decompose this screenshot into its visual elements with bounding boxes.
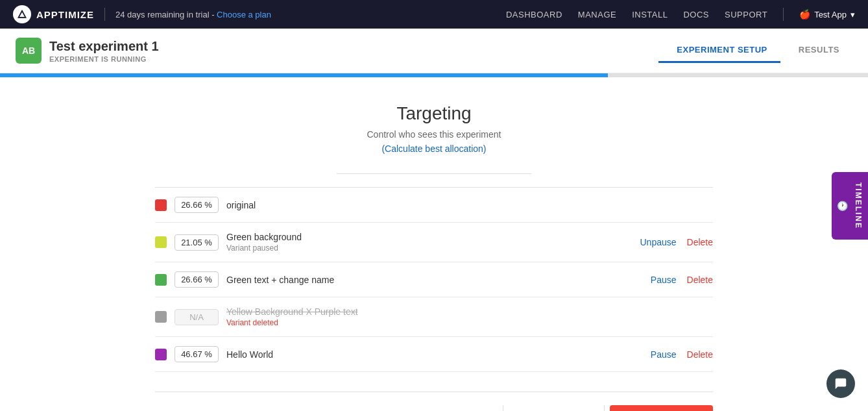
variant-row: 26.66 % original bbox=[155, 188, 713, 223]
variant-name-hello-world: Hello World bbox=[226, 349, 643, 360]
experiment-title: Test experiment 1 bbox=[49, 39, 159, 54]
variant-percent-hello-world[interactable]: 46.67 % bbox=[175, 346, 219, 362]
tab-experiment-setup[interactable]: EXPERIMENT SETUP bbox=[658, 38, 780, 63]
variant-color-yellow-bg bbox=[155, 311, 167, 323]
progress-fill bbox=[0, 73, 608, 77]
top-navigation: APPTIMIZE 24 days remaining in trial - C… bbox=[0, 0, 868, 29]
experiment-header: AB Test experiment 1 EXPERIMENT IS RUNNI… bbox=[0, 29, 868, 73]
variant-row: 21.05 % Green background Variant paused … bbox=[155, 223, 713, 262]
footer-actions: ‹ Back to Configure Pause Experiment Sto… bbox=[155, 392, 713, 411]
stop-experiment-button[interactable]: Stop Experiment bbox=[610, 405, 713, 411]
variant-color-green-text bbox=[155, 274, 167, 286]
logo[interactable]: APPTIMIZE bbox=[13, 5, 94, 23]
back-to-configure-button[interactable]: ‹ Back to Configure bbox=[398, 405, 503, 411]
nav-support[interactable]: SUPPORT bbox=[725, 10, 767, 19]
tab-setup-label: EXPERIMENT SETUP bbox=[677, 45, 767, 55]
nav-docs[interactable]: DOCS bbox=[683, 10, 709, 19]
variant-actions-green-bg: Unpause Delete bbox=[640, 237, 713, 247]
calculate-allocation-link-container: (Calculate best allocation) bbox=[155, 143, 713, 154]
app-name: Test App bbox=[814, 10, 847, 19]
nav-links: DASHBOARD MANAGE INSTALL DOCS SUPPORT 🍎 … bbox=[506, 8, 855, 21]
experiment-status: EXPERIMENT IS RUNNING bbox=[49, 55, 159, 63]
pause-experiment-button[interactable]: Pause Experiment bbox=[503, 405, 604, 411]
variant-sub-label-yellow-bg: Variant deleted bbox=[226, 318, 713, 327]
variant-color-green-bg bbox=[155, 236, 167, 248]
variant-row: 26.66 % Green text + change name Pause D… bbox=[155, 262, 713, 297]
variants-container: 26.66 % original 21.05 % Green backgroun… bbox=[155, 187, 713, 372]
progress-area bbox=[0, 73, 868, 77]
delete-hello-world-button[interactable]: Delete bbox=[687, 349, 713, 360]
variant-name-original: original bbox=[226, 200, 713, 210]
main-content: Targeting Control who sees this experime… bbox=[142, 77, 726, 411]
variant-row: N/A Yellow Background X Purple text Vari… bbox=[155, 297, 713, 337]
nav-install[interactable]: INSTALL bbox=[632, 10, 668, 19]
delete-green-bg-button[interactable]: Delete bbox=[687, 237, 713, 247]
logo-icon bbox=[13, 5, 31, 23]
variant-actions-hello-world: Pause Delete bbox=[651, 349, 713, 360]
header-tabs: EXPERIMENT SETUP RESULTS bbox=[658, 38, 852, 63]
calculate-allocation-link[interactable]: (Calculate best allocation) bbox=[381, 143, 486, 154]
timeline-sidebar[interactable]: TIMELINE 🕐 bbox=[832, 172, 868, 240]
tab-results[interactable]: RESULTS bbox=[780, 38, 852, 63]
delete-green-text-button[interactable]: Delete bbox=[687, 275, 713, 285]
variant-name-green-text: Green text + change name bbox=[226, 275, 643, 285]
nav-vertical-divider bbox=[783, 8, 784, 21]
logo-text: APPTIMIZE bbox=[36, 9, 94, 20]
trial-text: 24 days remaining in trial - Choose a pl… bbox=[115, 10, 271, 19]
nav-manage[interactable]: MANAGE bbox=[578, 10, 616, 19]
variant-sub-label-green-bg: Variant paused bbox=[226, 243, 632, 253]
pause-green-text-button[interactable]: Pause bbox=[651, 275, 677, 285]
chat-button[interactable] bbox=[826, 369, 855, 398]
variant-percent-green-bg[interactable]: 21.05 % bbox=[175, 234, 219, 251]
variant-row: 46.67 % Hello World Pause Delete bbox=[155, 337, 713, 372]
apple-icon: 🍎 bbox=[799, 9, 810, 19]
timeline-label: TIMELINE bbox=[854, 182, 863, 229]
tab-results-label: RESULTS bbox=[799, 45, 839, 55]
clock-icon: 🕐 bbox=[837, 201, 849, 211]
section-subtitle: Control who sees this experiment bbox=[155, 129, 713, 140]
chevron-down-icon: ▾ bbox=[850, 10, 855, 19]
section-title: Targeting bbox=[155, 103, 713, 124]
unpause-green-bg-button[interactable]: Unpause bbox=[640, 237, 676, 247]
variant-name-yellow-bg: Yellow Background X Purple text Variant … bbox=[226, 306, 713, 327]
experiment-info: Test experiment 1 EXPERIMENT IS RUNNING bbox=[49, 39, 159, 63]
choose-plan-link[interactable]: Choose a plan bbox=[217, 10, 271, 19]
nav-dashboard[interactable]: DASHBOARD bbox=[506, 10, 562, 19]
nav-divider bbox=[104, 8, 105, 21]
variant-percent-yellow-bg: N/A bbox=[175, 309, 219, 325]
section-divider bbox=[337, 173, 531, 174]
variant-percent-green-text[interactable]: 26.66 % bbox=[175, 271, 219, 288]
variant-percent-original[interactable]: 26.66 % bbox=[175, 197, 219, 213]
variant-actions-green-text: Pause Delete bbox=[651, 275, 713, 285]
variant-name-green-bg: Green background Variant paused bbox=[226, 232, 632, 253]
app-selector[interactable]: 🍎 Test App ▾ bbox=[799, 9, 855, 19]
variant-color-hello-world bbox=[155, 349, 167, 360]
variant-color-original bbox=[155, 199, 167, 211]
ab-badge: AB bbox=[16, 38, 42, 64]
pause-hello-world-button[interactable]: Pause bbox=[651, 349, 677, 360]
